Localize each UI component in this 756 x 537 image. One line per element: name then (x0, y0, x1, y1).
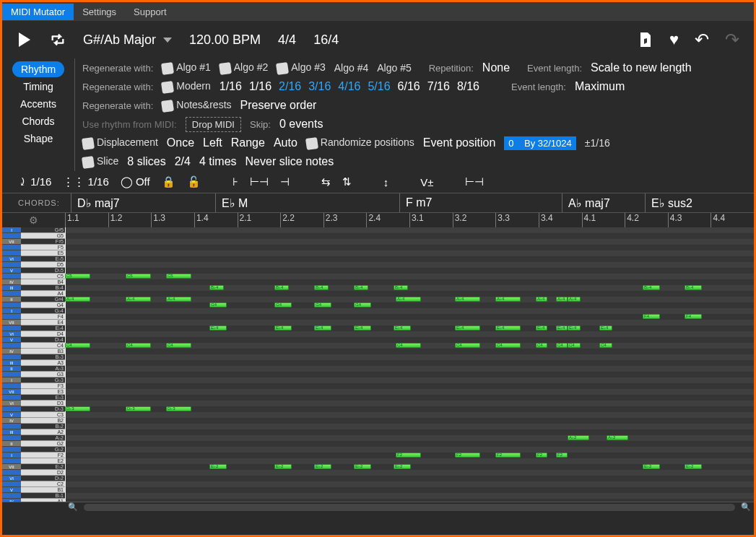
midi-note[interactable]: A♭4 (568, 297, 581, 302)
skip-value[interactable]: 0 events (279, 118, 323, 131)
midi-note[interactable]: C4 (599, 343, 612, 348)
transpose-icon[interactable]: ↕ (383, 176, 389, 188)
midi-note[interactable]: C4 (495, 343, 521, 348)
notes-rests-button[interactable]: Notes&rests (162, 99, 231, 111)
modern-button[interactable]: Modern (162, 80, 210, 92)
midi-note[interactable]: E♭4 (599, 326, 612, 331)
midi-file-icon[interactable] (638, 32, 653, 48)
disp-left[interactable]: Left (203, 136, 222, 149)
midi-note[interactable]: E♭2 (394, 464, 411, 469)
displacement-input[interactable]: 0 By 32/1024 (504, 136, 575, 150)
note-grid[interactable]: C5C5C5A♭4A♭4A♭4C4C4C4D♭3D♭3D♭3B♭4B♭4B♭4B… (65, 227, 754, 502)
midi-note[interactable]: B♭4 (643, 285, 660, 290)
snap-2[interactable]: ⋮⋮ 1/16 (63, 175, 108, 188)
tab-midi-mutator[interactable]: MIDI Mutator (2, 4, 74, 20)
midi-note[interactable]: C4 (536, 343, 547, 348)
repetition-value[interactable]: None (482, 61, 510, 74)
midi-note[interactable]: A♭4 (536, 297, 547, 302)
mirror-v-icon[interactable]: ⇅ (342, 175, 352, 188)
midi-note[interactable]: A♭4 (396, 297, 421, 302)
midi-note[interactable]: E♭4 (394, 326, 411, 331)
midi-note[interactable]: A♭4 (556, 297, 568, 302)
midi-note[interactable]: E♭4 (556, 326, 568, 331)
slice-count[interactable]: 8 slices (127, 155, 165, 168)
fraction-1-16[interactable]: 1/16 (249, 80, 271, 92)
midi-note[interactable]: D♭3 (166, 406, 191, 411)
midi-note[interactable]: C4 (396, 343, 421, 348)
bpm-value[interactable]: 120.00 BPM (189, 32, 261, 48)
midi-note[interactable]: F4 (643, 314, 660, 319)
midi-note[interactable]: E♭4 (568, 326, 581, 331)
midi-note[interactable]: A♭2 (607, 435, 628, 440)
sidebar-item-accents[interactable]: Accents (12, 96, 64, 112)
randomize-button[interactable]: Randomize positions (306, 136, 414, 149)
midi-note[interactable]: E♭2 (274, 464, 292, 469)
midi-note[interactable]: A♭4 (65, 297, 90, 302)
key-selector[interactable]: G#/Ab Major (83, 32, 172, 48)
displacement-button[interactable]: Displacement (82, 136, 158, 149)
event-length-value-2[interactable]: Maximum (575, 80, 625, 93)
disp-range[interactable]: Range (231, 136, 265, 149)
align-left-icon[interactable]: ⊦ (233, 175, 238, 188)
midi-note[interactable]: C4 (556, 343, 568, 348)
midi-note[interactable]: A♭4 (126, 297, 151, 302)
midi-note[interactable]: E♭4 (314, 326, 331, 331)
midi-note[interactable]: F2 (556, 453, 568, 458)
midi-note[interactable]: A♭2 (568, 435, 589, 440)
slice-never[interactable]: Never slice notes (246, 155, 334, 168)
midi-note[interactable]: C5 (65, 274, 90, 279)
gear-icon[interactable]: ⚙ (29, 214, 38, 226)
event-position[interactable]: Event position (423, 136, 496, 149)
lock-icon[interactable]: 🔒 (162, 175, 175, 188)
fraction-3-16[interactable]: 3/16 (308, 80, 331, 92)
sidebar-item-timing[interactable]: Timing (12, 79, 64, 95)
chord-cell[interactable]: A♭ maj7 (562, 193, 645, 212)
midi-note[interactable]: F2 (536, 453, 547, 458)
undo-icon[interactable]: ↶ (695, 30, 709, 50)
favorite-icon[interactable]: ♥ (669, 30, 679, 49)
midi-note[interactable]: C4 (65, 343, 90, 348)
midi-note[interactable]: C4 (455, 343, 480, 348)
midi-note[interactable]: B♭4 (685, 285, 702, 290)
snap-off[interactable]: ◯ Off (121, 175, 150, 188)
play-icon[interactable] (17, 32, 32, 48)
midi-note[interactable]: F2 (396, 453, 421, 458)
fraction-5-16[interactable]: 5/16 (368, 80, 390, 92)
align-right-icon[interactable]: ⊣ (280, 175, 290, 188)
slice-times[interactable]: 4 times (199, 155, 237, 168)
time-ruler[interactable]: ⚙ 1.11.21.31.42.12.22.32.43.13.23.33.44.… (2, 213, 754, 227)
midi-note[interactable]: E♭2 (643, 464, 660, 469)
loop-icon[interactable] (50, 32, 66, 48)
midi-note[interactable]: B♭4 (209, 285, 224, 290)
horizontal-scrollbar[interactable]: 🔍 🔍 (2, 502, 754, 512)
tab-settings[interactable]: Settings (74, 4, 125, 20)
midi-note[interactable]: C4 (568, 343, 581, 348)
mirror-h-icon[interactable]: ⇆ (321, 175, 331, 188)
midi-note[interactable]: G4 (314, 302, 331, 307)
sidebar-item-rhythm[interactable]: Rhythm (12, 61, 64, 77)
midi-note[interactable]: E♭4 (455, 326, 480, 331)
playhead[interactable] (65, 227, 66, 502)
midi-note[interactable]: B♭4 (274, 285, 289, 290)
fraction-8-16[interactable]: 8/16 (457, 80, 479, 92)
midi-note[interactable]: C5 (126, 274, 151, 279)
disp-once[interactable]: Once (167, 136, 194, 149)
midi-note[interactable]: E♭4 (536, 326, 547, 331)
velocity-icon[interactable]: V± (420, 176, 433, 188)
zoom-out-icon[interactable]: 🔍 (65, 502, 81, 512)
midi-note[interactable]: E♭2 (209, 464, 227, 469)
midi-note[interactable]: F4 (685, 314, 702, 319)
chord-cell[interactable]: E♭ sus2 (645, 193, 724, 212)
slice-button[interactable]: Slice (82, 155, 118, 167)
piano-keyboard[interactable]: IG♯5G5VIIF♯5F5E5VIE♭5D5VD♭5C5IVB4IIIB♭4A… (2, 227, 65, 502)
unlock-icon[interactable]: 🔓 (187, 175, 201, 188)
midi-note[interactable]: E♭4 (354, 326, 371, 331)
algo-3[interactable]: Algo #3 (277, 61, 325, 74)
fraction-4-16[interactable]: 4/16 (338, 80, 360, 92)
length-icon[interactable]: ⊢⊣ (465, 175, 484, 188)
midi-note[interactable]: A♭4 (495, 297, 521, 302)
midi-note[interactable]: D♭3 (126, 406, 151, 411)
midi-note[interactable]: E♭2 (314, 464, 331, 469)
fraction-7-16[interactable]: 7/16 (427, 80, 450, 92)
algo-1[interactable]: Algo #1 (162, 61, 210, 74)
